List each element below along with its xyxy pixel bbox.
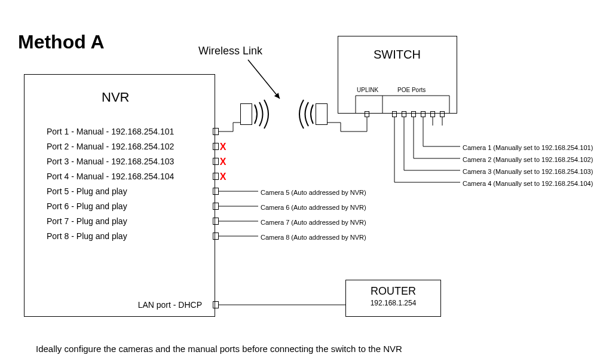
nvr-port-6-jack xyxy=(213,203,219,210)
camera-6-label: Camera 6 (Auto addressed by NVR) xyxy=(261,204,366,211)
switch-poe-jack-4 xyxy=(421,111,426,117)
svg-line-0 xyxy=(248,60,280,99)
x-mark-port-2: X xyxy=(218,142,228,152)
nvr-port-1-jack xyxy=(213,128,219,135)
camera-4-label: Camera 4 (Manually set to 192.168.254.10… xyxy=(463,180,593,187)
diagram-title: Method A xyxy=(18,31,105,53)
nvr-port-5-jack xyxy=(213,188,219,195)
switch-uplink-label: UPLINK xyxy=(357,87,378,93)
camera-5-label: Camera 5 (Auto addressed by NVR) xyxy=(261,189,366,196)
switch-uplink-jack xyxy=(365,111,369,117)
nvr-lan-port-label: LAN port - DHCP xyxy=(138,300,202,310)
switch-poe-jack-6 xyxy=(440,111,445,117)
switch-poe-jack-2 xyxy=(402,111,406,117)
router-ip: 192.168.1.254 xyxy=(346,299,440,307)
nvr-port-4-label: Port 4 - Manual - 192.168.254.104 xyxy=(47,172,174,181)
nvr-port-7-label: Port 7 - Plug and play xyxy=(47,216,127,226)
switch-poe-jack-3 xyxy=(411,111,416,117)
footer-note: Ideally configure the cameras and the ma… xyxy=(36,344,402,354)
camera-8-label: Camera 8 (Auto addressed by NVR) xyxy=(261,234,366,241)
camera-3-label: Camera 3 (Manually set to 192.168.254.10… xyxy=(463,168,593,175)
nvr-port-2-label: Port 2 - Manual - 192.168.254.102 xyxy=(47,142,174,151)
wireless-ap-right xyxy=(316,103,328,125)
switch-poe-jack-5 xyxy=(430,111,435,117)
nvr-port-5-label: Port 5 - Plug and play xyxy=(47,186,127,196)
x-mark-port-3: X xyxy=(218,157,228,167)
nvr-label: NVR xyxy=(102,90,129,105)
switch-label: SWITCH xyxy=(374,48,421,62)
nvr-port-3-label: Port 3 - Manual - 192.168.254.103 xyxy=(47,157,174,166)
switch-poe-jack-1 xyxy=(392,111,397,117)
camera-2-label: Camera 2 (Manually set to 192.168.254.10… xyxy=(463,156,593,163)
nvr-lan-jack xyxy=(213,301,219,308)
wireless-ap-left xyxy=(240,103,252,125)
switch-poe-label: POE Ports xyxy=(397,87,426,93)
camera-7-label: Camera 7 (Auto addressed by NVR) xyxy=(261,219,366,226)
nvr-port-6-label: Port 6 - Plug and play xyxy=(47,201,127,211)
nvr-port-1-label: Port 1 - Manual - 192.168.254.101 xyxy=(47,127,174,136)
nvr-port-8-jack xyxy=(213,233,219,240)
router-label: ROUTER xyxy=(346,285,440,298)
camera-1-label: Camera 1 (Manually set to 192.168.254.10… xyxy=(463,144,593,151)
wireless-link-label: Wireless Link xyxy=(198,45,262,57)
nvr-port-8-label: Port 8 - Plug and play xyxy=(47,231,127,241)
router-box: ROUTER 192.168.1.254 xyxy=(345,280,441,317)
nvr-port-7-jack xyxy=(213,218,219,225)
x-mark-port-4: X xyxy=(218,172,228,182)
